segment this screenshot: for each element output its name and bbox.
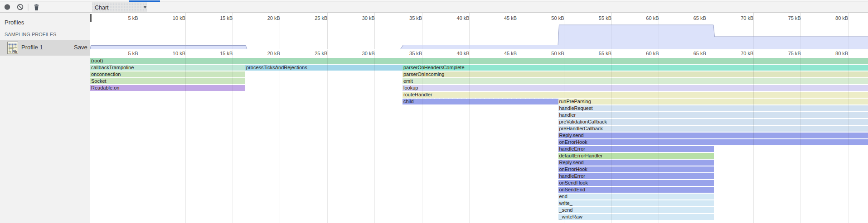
svg-text:%: % bbox=[13, 49, 17, 54]
